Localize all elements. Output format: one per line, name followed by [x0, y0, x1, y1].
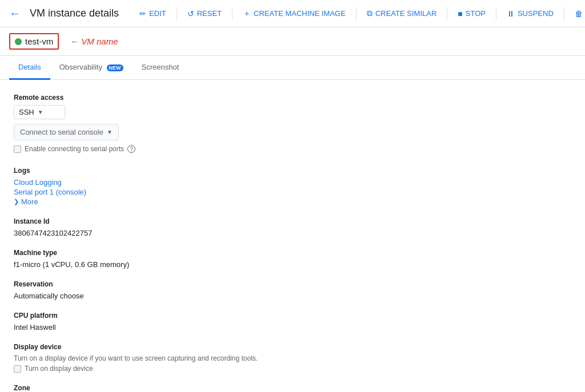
- divider5: [496, 7, 496, 21]
- status-running-icon: [15, 38, 22, 45]
- vm-name-bar: test-vm ← VM name: [0, 27, 585, 56]
- logs-section: Logs Cloud Logging Serial port 1 (consol…: [14, 167, 571, 206]
- remote-access-section: Remote access SSH ▼ Connect to serial co…: [14, 94, 571, 153]
- connect-to-console-button[interactable]: Connect to serial console ▼: [14, 124, 119, 140]
- add-icon: ＋: [243, 9, 251, 19]
- machine-type-label: Machine type: [14, 249, 571, 257]
- toolbar-actions: ✏ EDIT ↺ RESET ＋ CREATE MACHINE IMAGE ⧉ …: [133, 5, 585, 22]
- divider6: [564, 7, 564, 21]
- tab-observability[interactable]: Observability NEW: [50, 56, 133, 80]
- logs-label: Logs: [14, 167, 571, 175]
- instance-id-section: Instance Id 3806747423102422757: [14, 217, 571, 237]
- instance-id-value: 3806747423102422757: [14, 229, 571, 237]
- reset-button[interactable]: ↺ RESET: [181, 6, 229, 22]
- suspend-icon: ⏸: [507, 9, 515, 18]
- stop-button[interactable]: ■ STOP: [451, 6, 492, 22]
- help-icon[interactable]: ?: [127, 145, 135, 153]
- more-link[interactable]: ❯ More: [14, 197, 571, 206]
- stop-icon: ■: [458, 9, 462, 18]
- ssh-dropdown[interactable]: SSH ▼: [14, 105, 65, 119]
- reservation-section: Reservation Automatically choose: [14, 280, 571, 300]
- divider2: [232, 7, 233, 21]
- display-device-label: Display device: [14, 343, 571, 351]
- machine-type-section: Machine type f1-micro (1 vCPU, 0.6 GB me…: [14, 249, 571, 269]
- machine-type-value: f1-micro (1 vCPU, 0.6 GB memory): [14, 260, 571, 269]
- display-device-desc: Turn on a display device if you want to …: [14, 354, 571, 362]
- chevron-down-icon: ❯: [14, 198, 19, 205]
- reservation-value: Automatically choose: [14, 292, 571, 300]
- vm-name: test-vm: [25, 37, 53, 46]
- display-device-checkbox-row: Turn on display device: [14, 365, 571, 373]
- delete-button[interactable]: 🗑 DE...: [568, 6, 585, 22]
- divider3: [356, 7, 356, 21]
- dropdown-caret-icon: ▼: [38, 109, 43, 115]
- similar-icon: ⧉: [367, 9, 372, 18]
- zone-label: Zone: [14, 384, 571, 391]
- suspend-button[interactable]: ⏸ SUSPEND: [500, 6, 560, 22]
- vm-name-box: test-vm: [9, 33, 59, 50]
- delete-icon: 🗑: [575, 9, 583, 18]
- main-content: Remote access SSH ▼ Connect to serial co…: [0, 80, 585, 391]
- tabs-bar: Details Observability NEW Screenshot: [0, 56, 585, 80]
- reservation-label: Reservation: [14, 280, 571, 288]
- display-device-checkbox[interactable]: [14, 365, 21, 373]
- cpu-platform-label: CPU platform: [14, 312, 571, 320]
- edit-icon: ✏: [139, 9, 146, 18]
- cloud-logging-link[interactable]: Cloud Logging: [14, 178, 571, 187]
- cpu-platform-value: Intel Haswell: [14, 323, 571, 332]
- cpu-platform-section: CPU platform Intel Haswell: [14, 312, 571, 332]
- serial-ports-checkbox-row: Enable connecting to serial ports ?: [14, 145, 571, 153]
- instance-id-label: Instance Id: [14, 217, 571, 225]
- divider: [177, 7, 177, 21]
- tab-details[interactable]: Details: [9, 56, 50, 80]
- new-badge: NEW: [107, 64, 123, 71]
- enable-serial-ports-checkbox[interactable]: [14, 146, 21, 153]
- top-bar: ← VM instance details ✏ EDIT ↺ RESET ＋ C…: [0, 0, 585, 27]
- create-similar-button[interactable]: ⧉ CREATE SIMILAR: [360, 5, 443, 22]
- back-button[interactable]: ←: [9, 7, 21, 20]
- display-device-section: Display device Turn on a display device …: [14, 343, 571, 373]
- divider4: [447, 7, 447, 21]
- page-title: VM instance details: [30, 7, 119, 19]
- remote-access-label: Remote access: [14, 94, 571, 102]
- edit-button[interactable]: ✏ EDIT: [133, 6, 173, 22]
- serial-port-link[interactable]: Serial port 1 (console): [14, 188, 571, 196]
- console-dropdown-arrow-icon: ▼: [107, 129, 113, 135]
- vm-name-annotation: ← VM name: [70, 37, 118, 46]
- reset-icon: ↺: [187, 9, 194, 18]
- tab-screenshot[interactable]: Screenshot: [133, 56, 189, 80]
- zone-section: Zone us-central1-a ← zone: [14, 384, 571, 391]
- create-machine-image-button[interactable]: ＋ CREATE MACHINE IMAGE: [236, 5, 352, 22]
